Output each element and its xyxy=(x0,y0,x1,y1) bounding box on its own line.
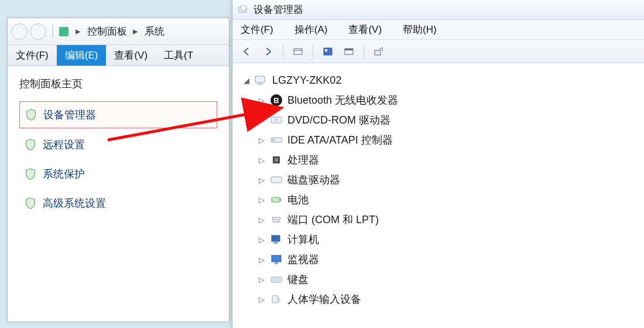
link-label: 远程设置 xyxy=(43,138,85,152)
link-label: 高级系统设置 xyxy=(43,196,106,210)
disc-drive-icon xyxy=(270,114,283,126)
disk-drive-icon xyxy=(270,174,283,186)
tree-node-computer[interactable]: ▷ 计算机 xyxy=(258,230,639,250)
toolbar-update-button[interactable] xyxy=(340,44,358,59)
menu-help[interactable]: 帮助(H) xyxy=(399,20,440,39)
tree-node-ports[interactable]: ▷ 端口 (COM 和 LPT) xyxy=(258,210,639,230)
nav-forward-button[interactable] xyxy=(30,23,46,40)
menu-action[interactable]: 操作(A) xyxy=(291,20,331,39)
svg-rect-7 xyxy=(345,49,353,50)
expand-icon[interactable]: ▷ xyxy=(258,176,265,184)
svg-rect-22 xyxy=(272,235,280,241)
expand-icon[interactable]: ▷ xyxy=(258,116,265,125)
tree-node-hid[interactable]: ▷ 人体学输入设备 xyxy=(258,289,639,309)
menu-file[interactable]: 文件(F) xyxy=(237,20,277,39)
svg-point-12 xyxy=(275,118,278,122)
device-manager-window: 设备管理器 文件(F) 操作(A) 查看(V) 帮助(H) ◢ xyxy=(232,0,644,328)
device-tree: ◢ LGZYY-ZKK02 ▷ B Bluetooth 无线电收发器 ▷ DVD… xyxy=(232,63,644,314)
hid-icon xyxy=(270,293,283,305)
expand-icon[interactable]: ▷ xyxy=(258,216,265,224)
expand-icon[interactable]: ▷ xyxy=(258,275,265,284)
tree-node-label: 磁盘驱动器 xyxy=(287,173,340,187)
bluetooth-icon: B xyxy=(270,94,283,106)
breadcrumb-item[interactable]: 系统 xyxy=(145,26,165,37)
toolbar-properties-button[interactable] xyxy=(319,44,337,59)
expand-icon[interactable]: ▷ xyxy=(258,136,265,145)
svg-rect-19 xyxy=(280,199,281,201)
menu-view[interactable]: 查看(V) xyxy=(106,45,156,66)
divider xyxy=(313,45,313,59)
collapse-icon[interactable]: ◢ xyxy=(243,76,250,85)
tree-node-label: 监视器 xyxy=(287,252,319,266)
svg-rect-23 xyxy=(273,242,278,244)
tree-node-ide[interactable]: ▷ IDE ATA/ATAPI 控制器 xyxy=(258,130,639,150)
expand-icon[interactable]: ▷ xyxy=(258,295,265,304)
keyboard-icon xyxy=(270,274,283,285)
window-title: 设备管理器 xyxy=(254,3,303,16)
link-label: 系统保护 xyxy=(43,167,85,181)
chevron-right-icon: ▸ xyxy=(129,26,142,37)
tree-node-label: 计算机 xyxy=(287,233,319,247)
tree-node-label: 电池 xyxy=(287,193,309,207)
menu-view[interactable]: 查看(V) xyxy=(345,20,385,39)
svg-rect-25 xyxy=(275,262,278,264)
breadcrumb-item[interactable]: 控制面板 xyxy=(87,26,127,37)
svg-point-21 xyxy=(277,219,278,220)
svg-rect-1 xyxy=(241,5,246,10)
tree-node-keyboard[interactable]: ▷ 键盘 xyxy=(258,269,639,289)
tree-children: ▷ B Bluetooth 无线电收发器 ▷ DVD/CD-ROM 驱动器 ▷ … xyxy=(243,90,639,309)
tree-node-label: 端口 (COM 和 LPT) xyxy=(287,213,379,227)
expand-icon[interactable]: ▷ xyxy=(258,235,265,244)
ports-icon xyxy=(270,214,283,226)
svg-rect-16 xyxy=(275,158,278,162)
cpu-icon xyxy=(270,154,283,166)
toolbar-back-button[interactable] xyxy=(238,44,256,59)
tree-node-dvd[interactable]: ▷ DVD/CD-ROM 驱动器 xyxy=(258,110,639,130)
computer-icon xyxy=(255,74,268,86)
expand-icon[interactable]: ▷ xyxy=(258,255,265,264)
expand-icon[interactable]: ▷ xyxy=(258,96,265,105)
tree-node-cpu[interactable]: ▷ 处理器 xyxy=(258,150,639,170)
svg-rect-2 xyxy=(294,49,302,54)
shield-icon xyxy=(24,138,37,152)
link-device-manager[interactable]: 设备管理器 xyxy=(19,101,217,128)
toolbar xyxy=(232,40,644,63)
tree-root-label: LGZYY-ZKK02 xyxy=(272,74,341,87)
tree-node-label: IDE ATA/ATAPI 控制器 xyxy=(287,133,393,147)
page-heading: 控制面板主页 xyxy=(19,77,217,91)
svg-point-20 xyxy=(275,219,276,220)
svg-rect-9 xyxy=(255,76,265,83)
tree-node-monitor[interactable]: ▷ 监视器 xyxy=(258,250,639,269)
device-manager-icon xyxy=(238,5,249,15)
control-panel-body: 控制面板主页 设备管理器 远程设置 系统保护 高级系统设置 xyxy=(8,66,229,230)
svg-rect-18 xyxy=(272,197,280,202)
svg-rect-24 xyxy=(272,255,281,262)
toolbar-show-hide-button[interactable] xyxy=(289,44,307,59)
link-system-protection[interactable]: 系统保护 xyxy=(19,161,217,187)
svg-rect-26 xyxy=(271,277,282,282)
breadcrumb[interactable]: ▸ 控制面板 ▸ 系统 xyxy=(71,25,166,38)
expand-icon[interactable]: ▷ xyxy=(258,196,265,204)
link-advanced-system-settings[interactable]: 高级系统设置 xyxy=(19,190,217,216)
menu-bar: 文件(F) 编辑(E) 查看(V) 工具(T xyxy=(8,45,229,66)
toolbar-scan-button[interactable] xyxy=(370,44,388,59)
menu-file[interactable]: 文件(F) xyxy=(8,45,57,66)
divider xyxy=(364,45,364,59)
tree-node-bluetooth[interactable]: ▷ B Bluetooth 无线电收发器 xyxy=(258,90,639,110)
menu-bar: 文件(F) 操作(A) 查看(V) 帮助(H) xyxy=(232,20,644,40)
svg-rect-8 xyxy=(375,50,381,55)
expand-icon[interactable]: ▷ xyxy=(258,156,265,165)
menu-tools[interactable]: 工具(T xyxy=(156,45,201,66)
battery-icon xyxy=(270,194,283,206)
control-panel-icon xyxy=(59,27,68,36)
tree-root[interactable]: ◢ LGZYY-ZKK02 xyxy=(243,70,639,90)
tree-node-battery[interactable]: ▷ 电池 xyxy=(258,190,639,210)
link-remote-settings[interactable]: 远程设置 xyxy=(19,132,217,158)
menu-edit[interactable]: 编辑(E) xyxy=(57,45,107,66)
nav-back-button[interactable] xyxy=(11,23,28,40)
shield-icon xyxy=(24,196,37,210)
toolbar-forward-button[interactable] xyxy=(259,44,277,59)
computer-icon xyxy=(270,234,283,245)
tree-node-disk[interactable]: ▷ 磁盘驱动器 xyxy=(258,170,639,190)
tree-node-label: Bluetooth 无线电收发器 xyxy=(287,93,398,107)
